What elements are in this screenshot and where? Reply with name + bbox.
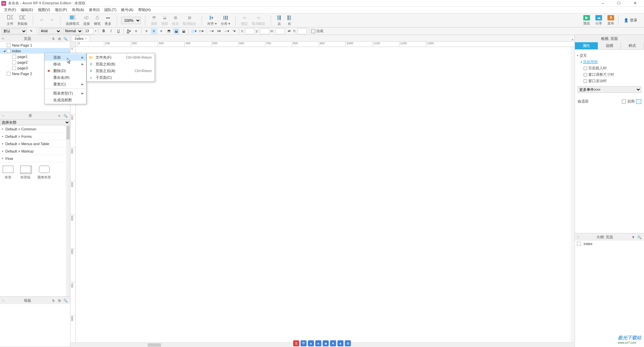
align-bottom-button[interactable]: ⬓底部: [160, 14, 169, 27]
file-buttons[interactable]: 文件: [5, 14, 15, 27]
select-mode-button[interactable]: 选择模式: [64, 14, 80, 27]
split-button[interactable]: 分布 ▾: [219, 14, 231, 27]
ungroup-button[interactable]: ▦取消组合: [181, 14, 198, 27]
library-category[interactable]: ▸Default > Common: [0, 125, 70, 133]
context-menu-item[interactable]: 重复(C)▶: [45, 81, 86, 88]
library-body[interactable]: ▸Default > Common▸Default > Forms▸Defaul…: [0, 125, 70, 296]
distribute-button[interactable]: 对齐 ▾: [206, 14, 218, 27]
outline-body[interactable]: index: [575, 241, 644, 347]
menu-account[interactable]: 账号(A): [119, 7, 136, 13]
menu-project[interactable]: 项目(P): [53, 7, 69, 13]
share-button[interactable]: ☁ 分享: [593, 14, 605, 26]
context-submenu-item[interactable]: 📁文件夹(F)Ctrl+Shift+Return: [87, 54, 155, 61]
taskbar-app[interactable]: ▼: [330, 340, 336, 346]
inspector-event[interactable]: 窗口滚动时: [577, 78, 642, 84]
menu-edit[interactable]: 编辑(E): [19, 7, 35, 13]
hide-checkbox[interactable]: [311, 29, 315, 33]
context-menu-item[interactable]: 生成流程图: [45, 97, 86, 103]
add-page-icon[interactable]: ⊞: [57, 36, 62, 41]
menu-view[interactable]: 视图(V): [36, 7, 52, 13]
align-right-button[interactable]: 右: [285, 14, 294, 27]
search-icon[interactable]: 🔍: [63, 36, 68, 41]
library-category[interactable]: ▸Default > Menus and Table: [0, 140, 70, 148]
outline-filter-icon[interactable]: ▼: [631, 234, 636, 240]
corner-button[interactable]: ◝▾: [231, 28, 237, 34]
ruler-origin-icon[interactable]: [76, 36, 79, 39]
add-case-button[interactable]: + 添加用例: [580, 59, 642, 65]
lock-aspect-button[interactable]: ⇄: [286, 28, 292, 34]
align-left-button[interactable]: 左: [275, 14, 284, 27]
context-menu-item[interactable]: 重命名(R): [45, 74, 86, 81]
border-color-button[interactable]: ▭▾: [198, 28, 204, 34]
text-color-button[interactable]: A▾: [126, 28, 132, 34]
tab-dropdown-icon[interactable]: ▾: [571, 38, 575, 41]
clipboard-buttons[interactable]: 剪贴板: [16, 14, 29, 27]
taskbar-app[interactable]: ●: [308, 340, 314, 346]
library-search-icon[interactable]: 🔍: [63, 113, 68, 118]
masters-add-icon[interactable]: ⊞: [57, 298, 62, 303]
style-edit-button[interactable]: ✎: [28, 28, 34, 34]
line-style-button[interactable]: ─▾: [209, 28, 215, 34]
menu-publish[interactable]: 发布(I): [87, 7, 102, 13]
h-input[interactable]: [298, 28, 307, 34]
library-scrollbar[interactable]: [66, 125, 70, 296]
bullets-button[interactable]: ≡: [133, 28, 139, 34]
enable-checkbox[interactable]: [622, 100, 626, 104]
y-input[interactable]: [260, 28, 269, 34]
context-submenu-item[interactable]: ⬇页面之后(A)Ctrl+Return: [87, 67, 155, 74]
align-left-text[interactable]: ≡: [144, 28, 150, 34]
publish-button[interactable]: ⬇ 发布: [605, 14, 617, 26]
context-submenu-item[interactable]: ⬆页面之前(B): [87, 61, 155, 67]
masters-move-icon[interactable]: ⇅: [51, 298, 56, 303]
style-select[interactable]: 默认: [1, 28, 27, 34]
tab-close-icon[interactable]: ×: [85, 37, 87, 40]
menu-help[interactable]: 帮助(H): [136, 7, 153, 13]
move-up-icon[interactable]: ⇅: [51, 36, 56, 41]
minimize-button[interactable]: ─: [598, 0, 608, 6]
more-button[interactable]: ••• 更多: [103, 14, 113, 27]
menu-file[interactable]: 文件(F): [2, 7, 18, 13]
masters-search-icon[interactable]: 🔍: [63, 298, 68, 303]
connect-button[interactable]: 连接: [82, 14, 91, 27]
underline-button[interactable]: U: [115, 28, 121, 34]
context-submenu[interactable]: 📁文件夹(F)Ctrl+Shift+Return⬆页面之前(B)⬇页面之后(A)…: [87, 53, 155, 82]
italic-button[interactable]: I: [108, 28, 114, 34]
menu-layout[interactable]: 布局(A): [70, 7, 86, 13]
library-menu-icon[interactable]: ≡: [57, 113, 62, 118]
taskbar-app[interactable]: ●: [337, 340, 343, 346]
valign-top[interactable]: ⬒: [166, 28, 172, 34]
outline-search-icon[interactable]: 🔍: [637, 234, 642, 240]
inspector-event[interactable]: 页面载入时: [577, 65, 642, 71]
group-button[interactable]: ▦组合: [171, 14, 180, 27]
close-button[interactable]: ✕: [630, 0, 640, 6]
more-events-select[interactable]: 更多事件>>>: [578, 86, 641, 93]
lock-button[interactable]: ▭锁定: [240, 14, 249, 27]
taskbar-app[interactable]: ⚙: [345, 340, 351, 346]
canvas[interactable]: [76, 47, 575, 342]
library-category[interactable]: ▸Default > Forms: [0, 133, 70, 140]
valign-bottom[interactable]: ⬓: [180, 28, 186, 34]
library-category[interactable]: ▸Default > Markup: [0, 148, 70, 155]
library-shape[interactable]: 矩形组: [20, 166, 31, 180]
context-menu-item[interactable]: ✖删除(D): [45, 67, 86, 74]
menu-team[interactable]: 团队(T): [102, 7, 118, 13]
masters-body[interactable]: [0, 304, 70, 347]
font-select[interactable]: Arial: [39, 28, 61, 34]
taskbar-app[interactable]: ●: [315, 340, 321, 346]
taskbar-app[interactable]: S: [293, 340, 299, 346]
ruler-horizontal[interactable]: 0100200300400500600700800900100011001200…: [70, 42, 575, 47]
login-button[interactable]: 👤 登录: [620, 18, 641, 23]
maximize-button[interactable]: ☐: [614, 0, 624, 6]
library-shape[interactable]: 圆角矩形: [38, 166, 51, 180]
tree-item[interactable]: New Page 1: [0, 42, 70, 48]
zoom-select[interactable]: 100%: [121, 17, 141, 24]
library-category[interactable]: ▾Flow: [0, 155, 70, 162]
bold-button[interactable]: B: [101, 28, 107, 34]
valign-middle[interactable]: ⬓: [173, 28, 179, 34]
adaptive-icon-button[interactable]: [636, 99, 641, 104]
taskbar-app[interactable]: 中: [301, 340, 307, 346]
tab-properties[interactable]: 属性: [575, 42, 598, 49]
align-top-button[interactable]: ⬒顶部: [149, 14, 159, 27]
weight-select[interactable]: Normal: [63, 28, 83, 34]
tab-index[interactable]: index ×: [72, 35, 90, 41]
